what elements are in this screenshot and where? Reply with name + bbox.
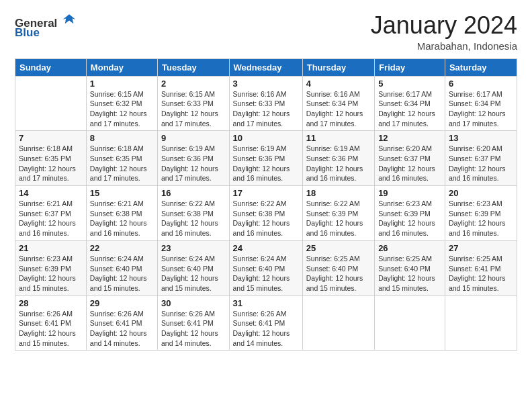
col-header-thursday: Thursday [302, 58, 374, 76]
calendar-cell: 22Sunrise: 6:24 AMSunset: 6:40 PMDayligh… [86, 240, 157, 295]
day-number: 11 [306, 133, 371, 143]
col-header-sunday: Sunday [15, 58, 87, 76]
day-info: Sunrise: 6:18 AMSunset: 6:35 PMDaylight:… [90, 144, 154, 183]
day-info: Sunrise: 6:23 AMSunset: 6:39 PMDaylight:… [449, 199, 513, 238]
calendar-cell: 30Sunrise: 6:26 AMSunset: 6:41 PMDayligh… [158, 295, 230, 351]
calendar-cell: 26Sunrise: 6:25 AMSunset: 6:40 PMDayligh… [375, 240, 445, 295]
svg-marker-0 [63, 14, 76, 24]
calendar-cell: 2Sunrise: 6:15 AMSunset: 6:33 PMDaylight… [158, 76, 230, 131]
day-info: Sunrise: 6:21 AMSunset: 6:38 PMDaylight:… [90, 199, 154, 238]
day-number: 13 [449, 133, 513, 143]
day-info: Sunrise: 6:19 AMSunset: 6:36 PMDaylight:… [233, 144, 299, 183]
calendar-cell: 27Sunrise: 6:25 AMSunset: 6:41 PMDayligh… [445, 240, 517, 295]
day-number: 10 [233, 133, 299, 143]
calendar-cell: 3Sunrise: 6:16 AMSunset: 6:33 PMDaylight… [229, 76, 302, 131]
day-number: 14 [19, 188, 83, 198]
page: General Blue January 2024 Marabahan, Ind… [0, 0, 532, 411]
day-number: 25 [306, 243, 371, 253]
day-number: 20 [449, 188, 513, 198]
location: Marabahan, Indonesia [371, 40, 517, 52]
calendar-cell: 6Sunrise: 6:17 AMSunset: 6:34 PMDaylight… [445, 76, 517, 131]
day-info: Sunrise: 6:18 AMSunset: 6:35 PMDaylight:… [19, 144, 83, 183]
col-header-saturday: Saturday [445, 58, 517, 76]
calendar-cell: 17Sunrise: 6:22 AMSunset: 6:38 PMDayligh… [229, 186, 302, 241]
calendar-cell: 25Sunrise: 6:25 AMSunset: 6:40 PMDayligh… [302, 240, 374, 295]
day-info: Sunrise: 6:15 AMSunset: 6:33 PMDaylight:… [161, 89, 226, 129]
day-number: 8 [90, 133, 154, 143]
calendar-table: SundayMondayTuesdayWednesdayThursdayFrid… [15, 58, 517, 351]
day-number: 12 [378, 133, 441, 143]
day-info: Sunrise: 6:22 AMSunset: 6:38 PMDaylight:… [233, 199, 299, 238]
day-number: 30 [161, 298, 226, 308]
day-number: 9 [161, 133, 226, 143]
calendar-cell [15, 76, 87, 131]
calendar-cell: 18Sunrise: 6:22 AMSunset: 6:39 PMDayligh… [302, 186, 374, 241]
day-info: Sunrise: 6:24 AMSunset: 6:40 PMDaylight:… [90, 254, 154, 293]
calendar-cell: 7Sunrise: 6:18 AMSunset: 6:35 PMDaylight… [15, 131, 87, 186]
col-header-wednesday: Wednesday [229, 58, 302, 76]
day-number: 2 [161, 79, 226, 89]
calendar-week-4: 21Sunrise: 6:23 AMSunset: 6:39 PMDayligh… [15, 240, 517, 295]
day-info: Sunrise: 6:25 AMSunset: 6:41 PMDaylight:… [449, 254, 513, 293]
day-number: 15 [90, 188, 154, 198]
title-block: January 2024 Marabahan, Indonesia [371, 12, 517, 52]
calendar-header-row: SundayMondayTuesdayWednesdayThursdayFrid… [15, 58, 517, 76]
calendar-cell: 31Sunrise: 6:26 AMSunset: 6:41 PMDayligh… [229, 295, 302, 351]
day-info: Sunrise: 6:26 AMSunset: 6:41 PMDaylight:… [233, 309, 299, 349]
day-number: 1 [90, 79, 154, 89]
day-number: 24 [233, 243, 299, 253]
day-info: Sunrise: 6:26 AMSunset: 6:41 PMDaylight:… [90, 309, 154, 349]
calendar-cell: 28Sunrise: 6:26 AMSunset: 6:41 PMDayligh… [15, 295, 87, 351]
day-info: Sunrise: 6:24 AMSunset: 6:40 PMDaylight:… [233, 254, 299, 293]
day-info: Sunrise: 6:26 AMSunset: 6:41 PMDaylight:… [19, 309, 83, 349]
day-number: 3 [233, 79, 299, 89]
day-info: Sunrise: 6:26 AMSunset: 6:41 PMDaylight:… [161, 309, 226, 349]
day-info: Sunrise: 6:22 AMSunset: 6:39 PMDaylight:… [306, 199, 371, 238]
day-info: Sunrise: 6:23 AMSunset: 6:39 PMDaylight:… [378, 199, 441, 238]
calendar-cell: 4Sunrise: 6:16 AMSunset: 6:34 PMDaylight… [302, 76, 374, 131]
day-number: 22 [90, 243, 154, 253]
day-number: 5 [378, 79, 441, 89]
day-info: Sunrise: 6:15 AMSunset: 6:32 PMDaylight:… [90, 89, 154, 129]
calendar-cell: 16Sunrise: 6:22 AMSunset: 6:38 PMDayligh… [158, 186, 230, 241]
day-number: 31 [233, 298, 299, 308]
day-number: 29 [90, 298, 154, 308]
day-info: Sunrise: 6:23 AMSunset: 6:39 PMDaylight:… [19, 254, 83, 293]
day-number: 18 [306, 188, 371, 198]
col-header-tuesday: Tuesday [158, 58, 230, 76]
calendar-cell: 12Sunrise: 6:20 AMSunset: 6:37 PMDayligh… [375, 131, 445, 186]
calendar-cell: 24Sunrise: 6:24 AMSunset: 6:40 PMDayligh… [229, 240, 302, 295]
calendar-week-2: 7Sunrise: 6:18 AMSunset: 6:35 PMDaylight… [15, 131, 517, 186]
day-number: 17 [233, 188, 299, 198]
calendar-cell: 13Sunrise: 6:20 AMSunset: 6:37 PMDayligh… [445, 131, 517, 186]
calendar-cell: 23Sunrise: 6:24 AMSunset: 6:40 PMDayligh… [158, 240, 230, 295]
calendar-cell: 19Sunrise: 6:23 AMSunset: 6:39 PMDayligh… [375, 186, 445, 241]
col-header-monday: Monday [86, 58, 157, 76]
day-number: 4 [306, 79, 371, 89]
day-number: 26 [378, 243, 441, 253]
calendar-cell: 11Sunrise: 6:19 AMSunset: 6:36 PMDayligh… [302, 131, 374, 186]
day-number: 19 [378, 188, 441, 198]
day-info: Sunrise: 6:16 AMSunset: 6:33 PMDaylight:… [233, 89, 299, 129]
calendar-cell [302, 295, 374, 351]
month-title: January 2024 [371, 12, 517, 39]
day-number: 21 [19, 243, 83, 253]
day-info: Sunrise: 6:17 AMSunset: 6:34 PMDaylight:… [378, 89, 441, 129]
day-info: Sunrise: 6:19 AMSunset: 6:36 PMDaylight:… [161, 144, 226, 183]
calendar-cell: 5Sunrise: 6:17 AMSunset: 6:34 PMDaylight… [375, 76, 445, 131]
day-info: Sunrise: 6:17 AMSunset: 6:34 PMDaylight:… [449, 89, 513, 129]
calendar-cell: 1Sunrise: 6:15 AMSunset: 6:32 PMDaylight… [86, 76, 157, 131]
day-number: 7 [19, 133, 83, 143]
logo-bird-icon [62, 12, 77, 27]
day-number: 6 [449, 79, 513, 89]
day-number: 16 [161, 188, 226, 198]
calendar-cell: 14Sunrise: 6:21 AMSunset: 6:37 PMDayligh… [15, 186, 87, 241]
day-info: Sunrise: 6:20 AMSunset: 6:37 PMDaylight:… [449, 144, 513, 183]
day-number: 27 [449, 243, 513, 253]
day-info: Sunrise: 6:16 AMSunset: 6:34 PMDaylight:… [306, 89, 371, 129]
day-info: Sunrise: 6:19 AMSunset: 6:36 PMDaylight:… [306, 144, 371, 183]
calendar-week-1: 1Sunrise: 6:15 AMSunset: 6:32 PMDaylight… [15, 76, 517, 131]
calendar-cell: 15Sunrise: 6:21 AMSunset: 6:38 PMDayligh… [86, 186, 157, 241]
day-number: 28 [19, 298, 83, 308]
calendar-week-5: 28Sunrise: 6:26 AMSunset: 6:41 PMDayligh… [15, 295, 517, 351]
